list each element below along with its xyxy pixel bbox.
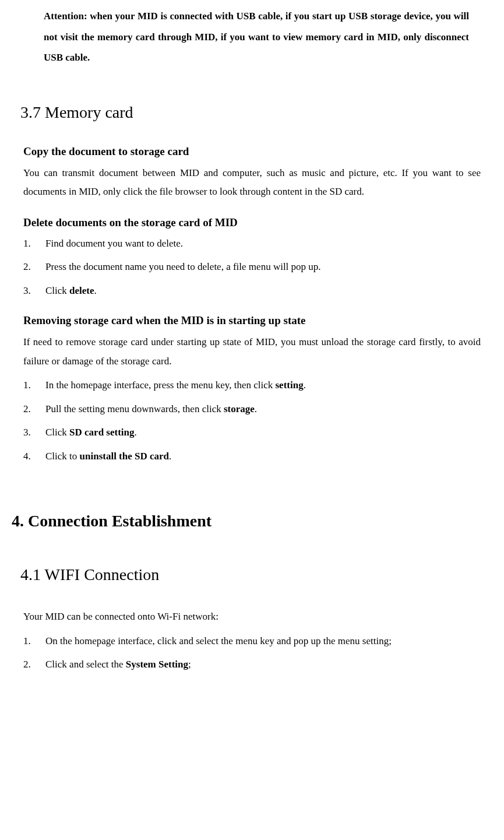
remove-heading: Removing storage card when the MID is in… xyxy=(23,314,492,327)
list-text: Click delete. xyxy=(45,282,481,300)
list-number: 2. xyxy=(23,656,45,674)
delete-list: 1. Find document you want to delete. 2. … xyxy=(23,235,481,300)
attention-note: Attention: when your MID is connected wi… xyxy=(44,6,469,68)
list-text: Click SD card setting. xyxy=(45,424,481,442)
list-number: 3. xyxy=(23,424,45,442)
list-item: 1. On the homepage interface, click and … xyxy=(23,632,481,651)
list-item: 1. Find document you want to delete. xyxy=(23,235,481,253)
list-text: Find document you want to delete. xyxy=(45,235,481,253)
list-number: 3. xyxy=(23,282,45,300)
section-4-1-heading: 4.1 WIFI Connection xyxy=(20,565,492,584)
list-text: Press the document name you need to dele… xyxy=(45,258,481,276)
list-text: In the homepage interface, press the men… xyxy=(45,377,481,395)
remove-body: If need to remove storage card under sta… xyxy=(23,333,481,371)
list-item: 2. Click and select the System Setting; xyxy=(23,656,481,674)
list-item: 2. Pull the setting menu downwards, then… xyxy=(23,400,481,419)
chapter-4-heading: 4. Connection Establishment xyxy=(12,512,492,530)
list-number: 4. xyxy=(23,448,45,466)
list-number: 2. xyxy=(23,400,45,419)
list-item: 3. Click SD card setting. xyxy=(23,424,481,442)
list-text: Click and select the System Setting; xyxy=(45,656,481,674)
remove-list: 1. In the homepage interface, press the … xyxy=(23,377,481,465)
delete-heading: Delete documents on the storage card of … xyxy=(23,216,492,229)
list-number: 1. xyxy=(23,235,45,253)
section-3-7-heading: 3.7 Memory card xyxy=(20,103,492,122)
wifi-intro: Your MID can be connected onto Wi-Fi net… xyxy=(23,607,481,626)
wifi-list: 1. On the homepage interface, click and … xyxy=(23,632,481,674)
list-text: Pull the setting menu downwards, then cl… xyxy=(45,400,481,419)
list-item: 1. In the homepage interface, press the … xyxy=(23,377,481,395)
list-number: 2. xyxy=(23,258,45,276)
list-number: 1. xyxy=(23,377,45,395)
list-number: 1. xyxy=(23,632,45,651)
list-text: On the homepage interface, click and sel… xyxy=(45,632,481,651)
list-item: 3. Click delete. xyxy=(23,282,481,300)
list-item: 2. Press the document name you need to d… xyxy=(23,258,481,276)
list-item: 4. Click to uninstall the SD card. xyxy=(23,448,481,466)
copy-heading: Copy the document to storage card xyxy=(23,145,492,158)
copy-body: You can transmit document between MID an… xyxy=(23,164,481,202)
list-text: Click to uninstall the SD card. xyxy=(45,448,481,466)
